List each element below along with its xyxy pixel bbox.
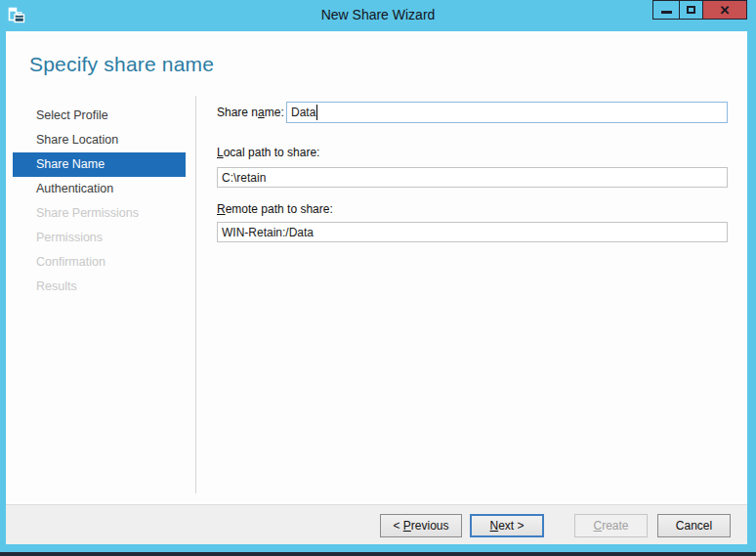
maximize-button[interactable] (679, 0, 703, 20)
screen: New Share Wizard ✕ Specify share name S (0, 0, 756, 556)
text-caret (316, 105, 317, 120)
next-button[interactable]: Next > (470, 514, 544, 537)
titlebar: New Share Wizard ✕ (0, 0, 756, 31)
sidebar-item-share-location[interactable]: Share Location (13, 128, 186, 152)
minimize-button[interactable] (652, 0, 680, 20)
remote-path-field-wrap (217, 222, 728, 242)
sidebar-divider (195, 96, 196, 493)
sidebar-item-select-profile[interactable]: Select Profile (13, 104, 186, 128)
sidebar-item-confirmation: Confirmation (13, 250, 186, 275)
local-path-label: Local path to share: (217, 145, 319, 160)
window-title: New Share Wizard (0, 0, 756, 31)
share-name-label: Share name: (217, 102, 284, 123)
previous-button[interactable]: < Previous (380, 514, 462, 537)
minimize-icon (661, 11, 672, 14)
sidebar-item-permissions: Permissions (13, 226, 186, 250)
sidebar-item-share-permissions: Share Permissions (13, 201, 186, 226)
local-path-input[interactable] (217, 167, 728, 188)
caption-buttons: ✕ (652, 0, 747, 20)
share-name-input[interactable] (286, 102, 728, 123)
create-button: Create (574, 514, 648, 537)
sidebar-item-authentication[interactable]: Authentication (13, 177, 186, 201)
close-button[interactable]: ✕ (702, 0, 747, 20)
remote-path-input[interactable] (217, 222, 728, 242)
wizard-content: Specify share name Select Profile Share … (6, 31, 747, 544)
share-name-field-wrap (286, 102, 728, 123)
close-icon: ✕ (720, 4, 731, 17)
page-title: Specify share name (29, 53, 214, 76)
wizard-main: Specify share name Select Profile Share … (6, 31, 747, 504)
maximize-icon (687, 6, 695, 14)
sidebar-item-results: Results (13, 275, 186, 299)
wizard-footer: < Previous Next > Create Cancel (6, 504, 747, 544)
local-path-field-wrap (217, 167, 728, 188)
new-share-wizard-window: New Share Wizard ✕ Specify share name S (0, 0, 756, 552)
sidebar-item-share-name[interactable]: Share Name (13, 152, 186, 177)
cancel-button[interactable]: Cancel (657, 514, 731, 537)
wizard-steps: Select Profile Share Location Share Name… (13, 104, 186, 299)
remote-path-label: Remote path to share: (217, 201, 333, 217)
